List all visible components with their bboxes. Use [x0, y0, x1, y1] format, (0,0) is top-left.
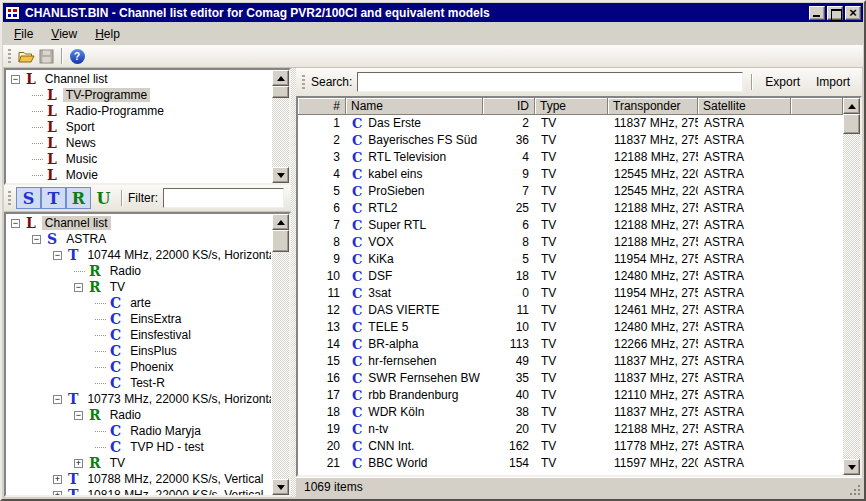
column-header-transponder[interactable]: Transponder — [608, 98, 698, 115]
resize-grip[interactable] — [848, 483, 860, 495]
tree-item[interactable]: −T10773 MHz, 22000 KS/s, Horizontal — [7, 391, 271, 407]
open-file-button[interactable] — [16, 46, 36, 66]
table-row[interactable]: 17Crbb Brandenburg40TV12110 MHz, 275...A… — [298, 387, 843, 404]
table-row[interactable]: 3CRTL Television4TV12188 MHz, 275...ASTR… — [298, 149, 843, 166]
filter-toolbar-grip[interactable] — [8, 191, 11, 206]
table-row[interactable]: 19Cn-tv20TV12188 MHz, 275...ASTRA — [298, 421, 843, 438]
table-row[interactable]: 21CBBC World154TV11597 MHz, 220...ASTRA — [298, 455, 843, 472]
category-tree-scrollbar[interactable] — [272, 70, 289, 183]
search-toolbar-grip[interactable] — [302, 75, 305, 90]
expand-icon[interactable]: + — [74, 459, 83, 468]
tree-item[interactable]: CTVP HD - test — [7, 439, 271, 455]
tree-item[interactable]: LMovie — [7, 167, 271, 183]
collapse-icon[interactable]: − — [53, 395, 62, 404]
tree-item-label: TV-Programme — [63, 88, 150, 102]
expand-icon[interactable]: + — [53, 475, 62, 484]
tree-item[interactable]: −SASTRA — [7, 231, 271, 247]
scroll-up-button[interactable] — [272, 214, 289, 230]
table-row[interactable]: 2CBayerisches FS Süd36TV11837 MHz, 275..… — [298, 132, 843, 149]
channel-tree-scrollbar[interactable] — [272, 214, 289, 495]
tree-item[interactable]: −LChannel list — [7, 71, 271, 87]
table-row[interactable]: 10CDSF18TV12480 MHz, 275...ASTRA — [298, 268, 843, 285]
scroll-up-button[interactable] — [843, 98, 860, 114]
tree-connector — [32, 127, 43, 128]
tree-item[interactable]: −T10744 MHz, 22000 KS/s, Horizontal — [7, 247, 271, 263]
tree-item[interactable]: CPhoenix — [7, 359, 271, 375]
minimize-button[interactable] — [809, 6, 825, 20]
import-button[interactable]: Import — [808, 71, 858, 93]
maximize-button[interactable] — [827, 6, 843, 20]
search-input[interactable] — [357, 72, 743, 92]
tree-item[interactable]: +T10788 MHz, 22000 KS/s, Vertical — [7, 471, 271, 487]
table-row[interactable]: 5CProSieben7TV12545 MHz, 220...ASTRA — [298, 183, 843, 200]
tree-item[interactable]: −LChannel list — [7, 215, 271, 231]
tree-item[interactable]: LRadio-Programme — [7, 103, 271, 119]
table-row[interactable]: 16CSWR Fernsehen BW35TV11837 MHz, 275...… — [298, 370, 843, 387]
tree-item[interactable]: LNews — [7, 135, 271, 151]
collapse-icon[interactable]: − — [74, 283, 83, 292]
title-bar[interactable]: CHANLIST.BIN - Channel list editor for C… — [3, 3, 863, 22]
collapse-icon[interactable]: − — [11, 219, 20, 228]
filter-input[interactable] — [163, 188, 284, 208]
tree-item[interactable]: LTV-Programme — [7, 87, 271, 103]
filter-button-t[interactable]: T — [41, 187, 66, 209]
tree-item[interactable]: −RRadio — [7, 407, 271, 423]
help-icon — [70, 49, 85, 64]
collapse-icon[interactable]: − — [11, 75, 20, 84]
toolbar-grip[interactable] — [8, 49, 11, 64]
menu-item-view[interactable]: View — [42, 23, 86, 45]
cell-num: 6 — [298, 200, 346, 217]
tree-item[interactable]: +T10818 MHz, 22000 KS/s, Vertical — [7, 487, 271, 495]
export-button[interactable]: Export — [757, 71, 808, 93]
collapse-icon[interactable]: − — [53, 251, 62, 260]
scrollbar-thumb[interactable] — [843, 114, 860, 134]
tree-item[interactable]: +RTV — [7, 455, 271, 471]
column-header-name[interactable]: Name — [346, 98, 483, 115]
scroll-down-button[interactable] — [843, 459, 860, 475]
table-row[interactable]: 8CVOX8TV12188 MHz, 275...ASTRA — [298, 234, 843, 251]
filter-button-u[interactable]: U — [91, 187, 116, 209]
close-button[interactable] — [845, 6, 861, 20]
table-row[interactable]: 6CRTL225TV12188 MHz, 275...ASTRA — [298, 200, 843, 217]
tree-item[interactable]: LSport — [7, 119, 271, 135]
tree-item[interactable]: RRadio — [7, 263, 271, 279]
table-row[interactable]: 15Chr-fernsehen49TV11837 MHz, 275...ASTR… — [298, 353, 843, 370]
table-row[interactable]: 1CDas Erste2TV11837 MHz, 275...ASTRA — [298, 115, 843, 132]
table-scrollbar[interactable] — [843, 98, 860, 475]
table-row[interactable]: 18CWDR Köln38TV11837 MHz, 275...ASTRA — [298, 404, 843, 421]
filter-button-s[interactable]: S — [16, 187, 41, 209]
help-button[interactable] — [67, 46, 87, 66]
menu-item-file[interactable]: File — [5, 23, 42, 45]
tree-item[interactable]: CEinsExtra — [7, 311, 271, 327]
scrollbar-thumb[interactable] — [272, 230, 289, 252]
tree-item[interactable]: −RTV — [7, 279, 271, 295]
table-row[interactable]: 7CSuper RTL6TV12188 MHz, 275...ASTRA — [298, 217, 843, 234]
scroll-up-button[interactable] — [272, 70, 289, 86]
collapse-icon[interactable]: − — [32, 235, 41, 244]
menu-item-help[interactable]: Help — [86, 23, 129, 45]
tree-item[interactable]: LMusic — [7, 151, 271, 167]
tree-item[interactable]: CTest-R — [7, 375, 271, 391]
table-row[interactable]: 12CDAS VIERTE11TV12461 MHz, 275...ASTRA — [298, 302, 843, 319]
tree-item[interactable]: CRadio Maryja — [7, 423, 271, 439]
tree-item[interactable]: CEinsPlus — [7, 343, 271, 359]
tree-item[interactable]: CEinsfestival — [7, 327, 271, 343]
filter-button-r[interactable]: R — [66, 187, 91, 209]
table-row[interactable]: 9CKiKa5TV11954 MHz, 275...ASTRA — [298, 251, 843, 268]
column-header-id[interactable]: ID — [483, 98, 535, 115]
table-row[interactable]: 20CCNN Int.162TV11778 MHz, 275...ASTRA — [298, 438, 843, 455]
collapse-icon[interactable]: − — [74, 411, 83, 420]
column-header-num[interactable]: # — [298, 98, 346, 115]
table-row[interactable]: 4Ckabel eins9TV12545 MHz, 220...ASTRA — [298, 166, 843, 183]
table-row[interactable]: 14CBR-alpha113TV12266 MHz, 275...ASTRA — [298, 336, 843, 353]
expand-icon[interactable]: + — [53, 491, 62, 496]
scrollbar-thumb[interactable] — [272, 86, 289, 98]
table-row[interactable]: 13CTELE 510TV12480 MHz, 275...ASTRA — [298, 319, 843, 336]
column-header-type[interactable]: Type — [535, 98, 608, 115]
scroll-down-button[interactable] — [272, 167, 289, 183]
save-file-button-disabled[interactable] — [36, 46, 56, 66]
tree-item[interactable]: Carte — [7, 295, 271, 311]
scroll-down-button[interactable] — [272, 479, 289, 495]
table-row[interactable]: 11C3sat0TV11954 MHz, 275...ASTRA — [298, 285, 843, 302]
column-header-satellite[interactable]: Satellite — [698, 98, 791, 115]
